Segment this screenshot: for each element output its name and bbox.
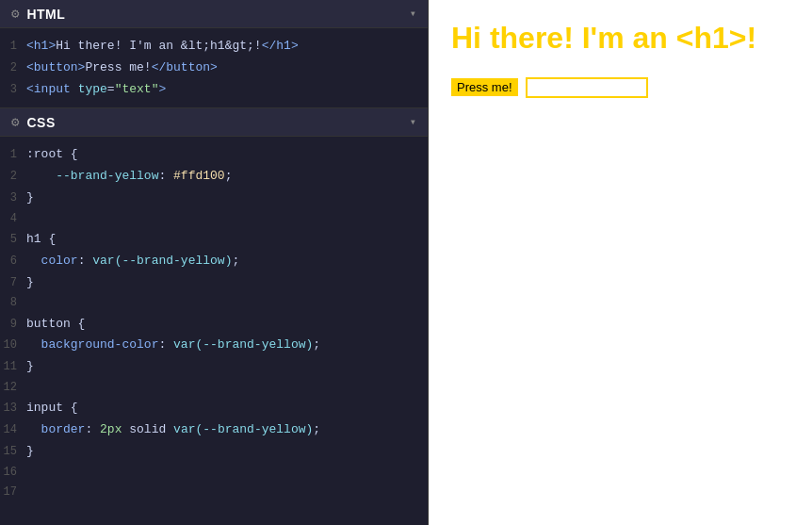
gear-icon: ⚙: [11, 114, 19, 130]
code-line: 14 border: 2px solid var(--brand-yellow)…: [0, 419, 428, 441]
line-number: 9: [0, 316, 26, 334]
code-line: 1 <h1>Hi there! I'm an &lt;h1&gt;!</h1>: [0, 36, 428, 57]
code-line: 8: [0, 293, 428, 313]
code-line: 4: [0, 209, 428, 229]
chevron-down-icon: ▾: [410, 115, 416, 129]
line-content: <input type="text">: [26, 80, 166, 100]
css-section-header[interactable]: ⚙ CSS ▾: [0, 108, 428, 137]
preview-panel: Hi there! I'm an <h1>! Press me!: [429, 0, 812, 525]
line-content: <button>Press me!</button>: [26, 58, 218, 78]
preview-controls: Press me!: [451, 77, 789, 98]
html-section: ⚙ HTML ▾ 1 <h1>Hi there! I'm an &lt;h1&g…: [0, 0, 428, 108]
code-line: 13 input {: [0, 398, 428, 419]
line-content: :root {: [26, 145, 78, 165]
line-number: 2: [0, 59, 26, 77]
code-line: 15 }: [0, 441, 428, 463]
preview-heading: Hi there! I'm an <h1>!: [451, 19, 789, 58]
line-content: }: [26, 442, 34, 462]
gear-icon: ⚙: [11, 6, 19, 22]
line-number: 12: [0, 379, 26, 397]
html-code-area: 1 <h1>Hi there! I'm an &lt;h1&gt;!</h1> …: [0, 28, 428, 107]
code-line: 5 h1 {: [0, 229, 428, 251]
preview-input[interactable]: [526, 77, 648, 98]
code-line: 1 :root {: [0, 144, 428, 166]
line-number: 17: [0, 484, 26, 501]
chevron-down-icon: ▾: [410, 7, 416, 21]
css-title-row: ⚙ CSS: [11, 114, 56, 130]
code-line: 12: [0, 378, 428, 398]
left-panel: ⚙ HTML ▾ 1 <h1>Hi there! I'm an &lt;h1&g…: [0, 0, 429, 525]
line-number: 15: [0, 443, 26, 461]
code-line: 17: [0, 483, 428, 502]
line-number: 1: [0, 38, 26, 56]
line-content: <h1>Hi there! I'm an &lt;h1&gt;!</h1>: [26, 37, 299, 57]
html-section-title: HTML: [26, 7, 65, 22]
preview-button[interactable]: Press me!: [451, 78, 518, 96]
line-content: --brand-yellow: #ffd100;: [26, 167, 232, 187]
line-content: input {: [26, 399, 78, 418]
line-number: 10: [0, 336, 26, 354]
line-content: }: [26, 273, 34, 293]
code-line: 7 }: [0, 272, 428, 294]
line-content: button {: [26, 315, 85, 335]
line-number: 14: [0, 421, 26, 439]
line-content: border: 2px solid var(--brand-yellow);: [26, 420, 320, 440]
line-number: 4: [0, 210, 26, 228]
css-section: ⚙ CSS ▾ 1 :root { 2 --brand-yellow: #ffd…: [0, 108, 428, 525]
line-number: 3: [0, 189, 26, 207]
line-number: 16: [0, 464, 26, 482]
html-section-header[interactable]: ⚙ HTML ▾: [0, 0, 428, 28]
line-number: 7: [0, 274, 26, 292]
code-line: 2 <button>Press me!</button>: [0, 57, 428, 79]
code-line: 6 color: var(--brand-yellow);: [0, 251, 428, 272]
code-line: 9 button {: [0, 314, 428, 336]
code-line: 2 --brand-yellow: #ffd100;: [0, 166, 428, 188]
html-title-row: ⚙ HTML: [11, 6, 65, 22]
code-line: 3 <input type="text">: [0, 79, 428, 101]
line-content: }: [26, 189, 34, 208]
line-number: 8: [0, 294, 26, 312]
line-content: background-color: var(--brand-yellow);: [26, 336, 320, 355]
line-number: 1: [0, 146, 26, 164]
line-content: color: var(--brand-yellow);: [26, 252, 239, 271]
line-content: h1 {: [26, 230, 56, 250]
code-line: 3 }: [0, 188, 428, 209]
line-number: 2: [0, 168, 26, 186]
line-number: 13: [0, 400, 26, 418]
line-number: 3: [0, 81, 26, 99]
css-section-title: CSS: [26, 115, 55, 130]
code-line: 10 background-color: var(--brand-yellow)…: [0, 335, 428, 356]
line-number: 6: [0, 253, 26, 271]
line-number: 11: [0, 358, 26, 376]
line-content: }: [26, 357, 34, 377]
code-line: 16: [0, 463, 428, 483]
code-line: 11 }: [0, 356, 428, 378]
line-number: 5: [0, 231, 26, 249]
css-code-area: 1 :root { 2 --brand-yellow: #ffd100; 3 }…: [0, 137, 428, 510]
